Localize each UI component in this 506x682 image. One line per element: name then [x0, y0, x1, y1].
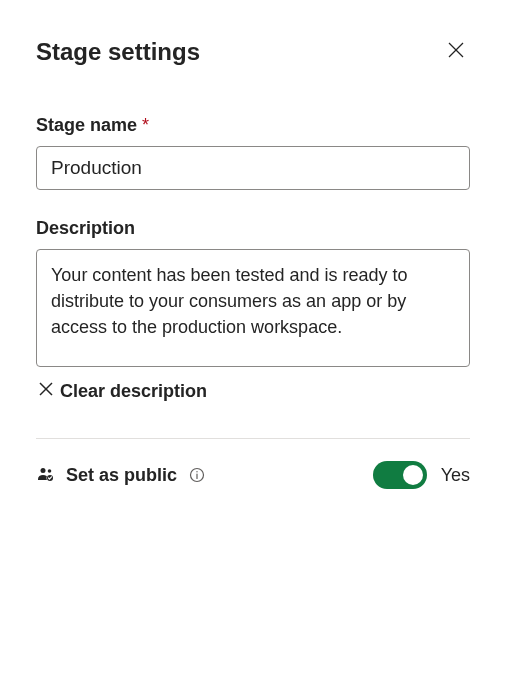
toggle-state-label: Yes: [441, 465, 470, 486]
page-title: Stage settings: [36, 38, 200, 66]
description-textarea[interactable]: [36, 249, 470, 367]
clear-description-label: Clear description: [60, 381, 207, 402]
svg-point-10: [196, 471, 197, 472]
close-icon: [38, 381, 54, 402]
set-public-toggle[interactable]: [373, 461, 427, 489]
stage-name-label-text: Stage name: [36, 115, 137, 135]
svg-point-4: [41, 468, 46, 473]
description-label: Description: [36, 218, 470, 239]
required-mark: *: [142, 115, 149, 135]
stage-name-label: Stage name *: [36, 115, 470, 136]
clear-description-button[interactable]: Clear description: [36, 373, 209, 410]
set-public-label: Set as public: [66, 465, 177, 486]
close-icon: [446, 40, 466, 63]
close-button[interactable]: [442, 36, 470, 67]
toggle-knob: [403, 465, 423, 485]
stage-name-input[interactable]: [36, 146, 470, 190]
info-icon[interactable]: [189, 467, 205, 483]
divider: [36, 438, 470, 439]
svg-point-5: [48, 469, 52, 473]
people-icon: [36, 465, 56, 485]
